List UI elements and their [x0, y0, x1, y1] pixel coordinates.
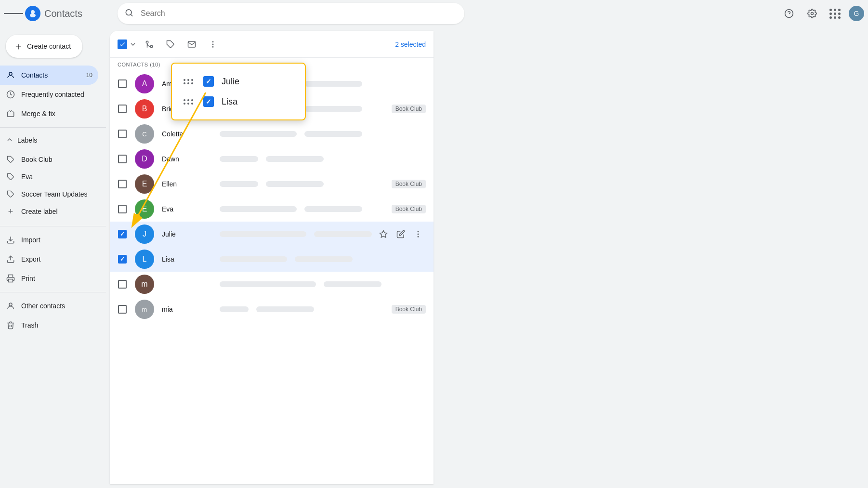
contact-avatar-lisa: L [135, 250, 154, 269]
detail-email-lisa [220, 256, 287, 262]
sidebar-item-frequently-contacted[interactable]: Frequently contacted [0, 85, 98, 104]
sidebar-item-book-club[interactable]: Book Club [0, 151, 98, 168]
sidebar-item-soccer-team-updates[interactable]: Soccer Team Updates [0, 185, 98, 203]
sidebar-item-other-contacts[interactable]: Other contacts [0, 296, 98, 316]
more-button-julie[interactable] [410, 226, 426, 242]
topbar-left: Contacts [4, 4, 110, 23]
label-toolbar-button[interactable] [162, 36, 179, 53]
help-button[interactable] [779, 4, 799, 23]
sidebar-item-eva[interactable]: Eva [0, 168, 98, 185]
contacts-list: A Amy B Bridget Book Club [110, 71, 434, 484]
select-dropdown[interactable] [118, 40, 137, 49]
contact-avatar-julie: J [135, 224, 154, 244]
logo-icon [25, 6, 40, 21]
sidebar-item-contacts[interactable]: Contacts 10 [0, 66, 98, 85]
contact-checkbox-mia[interactable] [118, 304, 127, 314]
sidebar-item-trash[interactable]: Trash [0, 316, 98, 335]
contact-details-julie [220, 231, 372, 237]
topbar-right: G [779, 4, 864, 23]
contact-checkbox-julie[interactable] [118, 229, 127, 239]
chevron-down-icon [6, 136, 13, 145]
label-badge-eva: Book Club [392, 205, 426, 213]
create-label-button[interactable]: + Create label [0, 203, 98, 220]
grid-drag-icon [184, 99, 194, 105]
edit-button-julie[interactable] [393, 226, 408, 242]
contact-row-eva[interactable]: E Eva Book Club [110, 197, 434, 222]
svg-point-23 [418, 234, 419, 235]
svg-rect-13 [9, 279, 13, 282]
contact-avatar-ellen: E [135, 174, 154, 194]
contact-row-lisa[interactable]: L Lisa [110, 247, 434, 272]
detail-phone-dawn [266, 156, 324, 162]
star-button-julie[interactable] [376, 226, 391, 242]
svg-point-19 [212, 44, 213, 45]
contact-avatar-amy: A [135, 74, 154, 93]
svg-point-20 [212, 46, 213, 47]
create-contact-button[interactable]: ＋ Create contact [6, 35, 82, 58]
detail-phone-bridget [304, 106, 362, 112]
contact-checkbox-coletta[interactable] [118, 129, 127, 139]
popup-grip-lisa [184, 99, 196, 105]
apps-button[interactable] [826, 4, 845, 23]
sidebar-item-merge-fix[interactable]: Merge & fix [0, 104, 98, 123]
contact-details-mia [220, 306, 392, 312]
sidebar-item-print[interactable]: Print [0, 269, 98, 288]
hamburger-button[interactable] [4, 4, 23, 23]
labels-section-header[interactable]: Labels [0, 132, 106, 149]
trash-icon [6, 320, 15, 330]
popup-checkbox-lisa[interactable] [203, 96, 214, 107]
contact-row-m[interactable]: m [110, 272, 434, 297]
detail-phone-julie [314, 231, 372, 237]
svg-point-24 [418, 237, 419, 237]
contact-avatar-eva: E [135, 199, 154, 219]
popup-item-julie[interactable]: Julie [184, 71, 293, 92]
export-icon [6, 254, 15, 264]
popup-grip-julie [184, 79, 196, 84]
contacts-icon [6, 70, 15, 80]
topbar: Contacts G [0, 0, 868, 27]
user-avatar[interactable]: G [849, 6, 864, 21]
frequently-contacted-icon [6, 90, 15, 99]
detail-phone-lisa [295, 256, 353, 262]
main-toolbar: 2 selected [110, 31, 434, 58]
contact-checkbox-dawn[interactable] [118, 154, 127, 164]
contact-details-coletta [220, 131, 426, 137]
contact-checkbox-ellen[interactable] [118, 179, 127, 189]
svg-point-1 [30, 13, 36, 17]
contact-row-ellen[interactable]: E Ellen Book Club [110, 171, 434, 197]
popup-checkbox-julie[interactable] [203, 76, 214, 87]
contact-row-mia[interactable]: m mia Book Club [110, 297, 434, 322]
svg-point-18 [212, 41, 213, 42]
detail-email-coletta [220, 131, 297, 137]
detail-email-eva [220, 206, 297, 212]
contact-row-coletta[interactable]: C Coletta [110, 121, 434, 146]
svg-point-0 [31, 10, 35, 14]
label-icon [6, 155, 15, 164]
contact-checkbox-m[interactable] [118, 279, 127, 289]
detail-phone-m [324, 281, 381, 287]
contact-checkbox-bridget[interactable] [118, 104, 127, 114]
more-toolbar-button[interactable] [204, 36, 222, 53]
merge-toolbar-button[interactable] [141, 36, 158, 53]
sidebar-item-export[interactable]: Export [0, 250, 98, 269]
svg-point-16 [146, 41, 148, 43]
contact-details-dawn [220, 156, 426, 162]
sidebar-item-import[interactable]: Import [0, 230, 98, 250]
contact-checkbox-amy[interactable] [118, 79, 127, 89]
popup-item-lisa[interactable]: Lisa [184, 92, 293, 112]
print-icon [6, 274, 15, 283]
contact-checkbox-eva[interactable] [118, 204, 127, 214]
email-toolbar-button[interactable] [183, 36, 200, 53]
contact-name-lisa: Lisa [162, 255, 220, 263]
popup-card: Julie Lisa [171, 63, 306, 120]
contact-checkbox-lisa[interactable] [118, 254, 127, 264]
sidebar-divider-3 [0, 292, 106, 292]
contact-row-julie[interactable]: J Julie [110, 222, 434, 247]
contact-row-dawn[interactable]: D Dawn [110, 146, 434, 171]
contact-details-m [220, 281, 426, 287]
dropdown-arrow-icon [129, 40, 137, 48]
contact-avatar-dawn: D [135, 149, 154, 169]
settings-button[interactable] [802, 4, 822, 23]
labels-list: Book Club Eva Soccer Team Updates + Crea… [0, 149, 106, 222]
search-input[interactable] [118, 3, 464, 24]
